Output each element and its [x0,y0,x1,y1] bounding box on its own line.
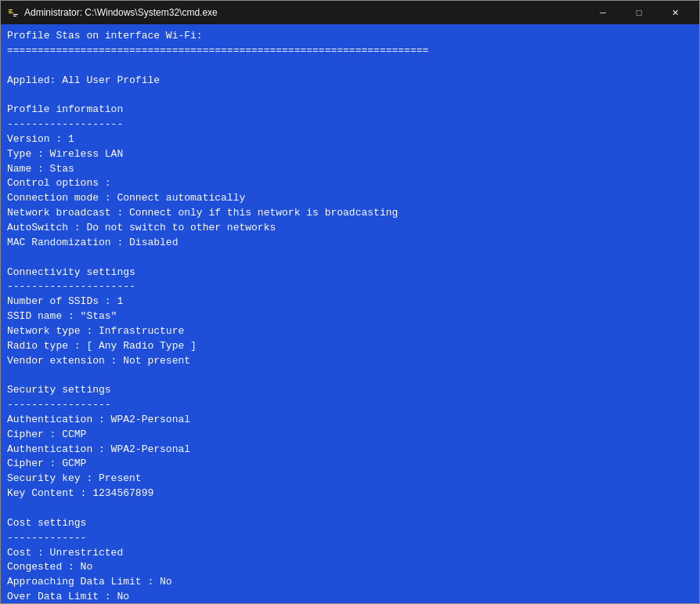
line-blank5 [7,501,693,516]
line-ssid-name: SSID name : "Stas" [7,309,693,324]
line-network-broadcast: Network broadcast : Connect only if this… [7,206,693,221]
line-blank1 [7,59,693,74]
line-blank4 [7,368,693,383]
line-auth1: Authentication : WPA2-Personal [7,413,693,428]
line-radio-type: Radio type : [ Any Radio Type ] [7,339,693,354]
line-vendor-ext: Vendor extension : Not present [7,354,693,369]
line-over: Over Data Limit : No [7,590,693,603]
line-network-type: Network type : Infrastructure [7,324,693,339]
line-cost: Cost settings [7,516,693,531]
window-title: Administrator: C:\Windows\System32\cmd.e… [24,7,585,18]
line-type: Type : Wireless LAN [7,147,693,162]
line-connection-mode: Connection mode : Connect automatically [7,191,693,206]
line-connectivity-dash: --------------------- [7,280,693,295]
maximize-button[interactable]: □ [621,1,657,24]
cmd-icon [7,6,20,19]
titlebar: Administrator: C:\Windows\System32\cmd.e… [1,1,699,24]
svg-rect-1 [9,9,13,10]
cmd-window: Administrator: C:\Windows\System32\cmd.e… [0,0,700,604]
svg-rect-4 [13,14,18,15]
line-num-ssids: Number of SSIDs : 1 [7,295,693,309]
line-blank3 [7,251,693,266]
line-profile: Profile Stas on interface Wi-Fi: [7,29,693,44]
line-cost-dash: ------------- [7,531,693,546]
line-version: Version : 1 [7,132,693,147]
line-name: Name : Stas [7,162,693,177]
svg-rect-5 [13,16,16,16]
terminal-content: Profile Stas on interface Wi-Fi: =======… [1,24,699,603]
minimize-button[interactable]: ─ [585,1,621,24]
line-autoswitch: AutoSwitch : Do not switch to other netw… [7,221,693,236]
line-approaching: Approaching Data Limit : No [7,575,693,590]
line-separator: ========================================… [7,44,693,59]
line-congested: Congested : No [7,560,693,575]
line-security-key: Security key : Present [7,472,693,486]
line-control-options: Control options : [7,176,693,191]
line-mac-rand: MAC Randomization : Disabled [7,236,693,251]
line-blank2 [7,88,693,103]
line-applied: Applied: All User Profile [7,74,693,89]
line-key-content: Key Content : 1234567899 [7,486,693,501]
line-auth2: Authentication : WPA2-Personal [7,443,693,458]
close-button[interactable]: ✕ [657,1,693,24]
line-cipher2: Cipher : GCMP [7,457,693,472]
line-security: Security settings [7,383,693,398]
line-cipher1: Cipher : CCMP [7,428,693,443]
svg-rect-3 [9,13,13,13]
line-profile-info: Profile information [7,103,693,118]
line-security-dash: ----------------- [7,398,693,413]
line-profile-dash: ------------------- [7,118,693,132]
window-controls: ─ □ ✕ [585,1,693,24]
line-connectivity: Connectivity settings [7,266,693,280]
svg-rect-2 [9,11,12,12]
line-cost-value: Cost : Unrestricted [7,546,693,561]
